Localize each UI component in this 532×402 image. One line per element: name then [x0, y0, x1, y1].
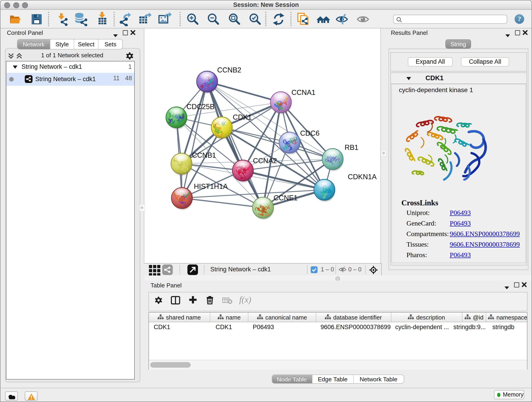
svg-text:CDC25B: CDC25B [186, 103, 215, 111]
svg-text:HIST1H1A: HIST1H1A [194, 182, 228, 191]
svg-text:CCNA1: CCNA1 [291, 89, 316, 96]
svg-text:CCNE1: CCNE1 [273, 194, 298, 202]
svg-text:CCNA2: CCNA2 [253, 157, 277, 165]
svg-text:CDK1: CDK1 [233, 113, 252, 121]
svg-text:CCNB2: CCNB2 [217, 66, 241, 74]
svg-text:CDKN1A: CDKN1A [348, 173, 377, 181]
svg-text:CDC6: CDC6 [300, 129, 319, 137]
svg-text:RB1: RB1 [345, 143, 358, 152]
svg-text:CCNB1: CCNB1 [192, 151, 216, 159]
